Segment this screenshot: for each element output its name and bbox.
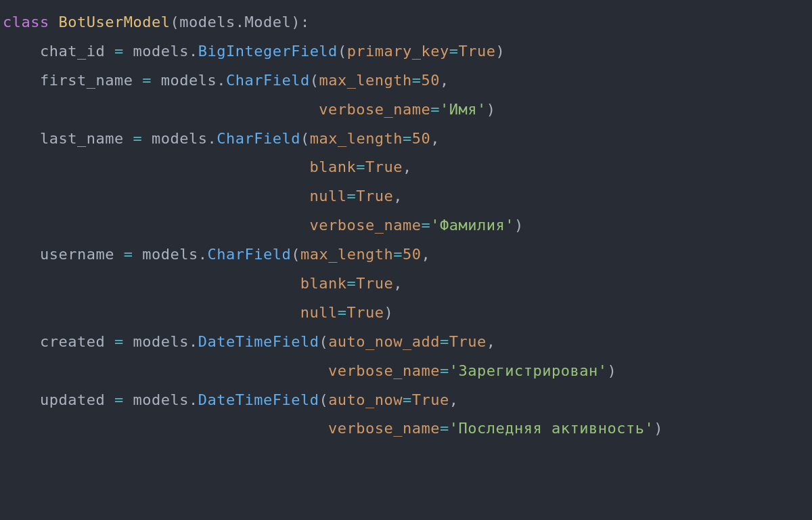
field-name: chat_id (40, 43, 105, 60)
code-block: class BotUserModel(models.Model): chat_i… (0, 0, 812, 443)
field-call: BigIntegerField (198, 43, 338, 60)
kwarg-value: 50 (412, 130, 431, 147)
field-call: DateTimeField (198, 391, 319, 408)
kwarg-value: 'Зарегистрирован' (449, 362, 608, 379)
field-call: DateTimeField (198, 333, 319, 350)
kwarg-name: blank (300, 275, 347, 292)
kwarg-name: auto_now_add (328, 333, 440, 350)
field-name: username (40, 246, 114, 263)
kwarg-name: verbose_name (319, 101, 430, 118)
kwarg-name: max_length (310, 130, 403, 147)
kwarg-name: max_length (319, 72, 411, 89)
kwarg-value: 50 (422, 72, 441, 89)
kwarg-name: blank (310, 158, 357, 175)
field-call: CharField (217, 130, 300, 147)
kwarg-name: null (300, 304, 338, 321)
kwarg-value: True (347, 304, 384, 321)
kwarg-name: verbose_name (328, 362, 440, 379)
field-name: last_name (40, 130, 124, 147)
field-call: CharField (226, 72, 310, 89)
kwarg-value: True (356, 275, 393, 292)
kwarg-value: True (365, 158, 403, 175)
base-module: models (179, 14, 235, 30)
kwarg-value: 'Последняя активность' (449, 420, 654, 437)
kwarg-value: 'Имя' (440, 101, 487, 118)
field-name: first_name (40, 72, 133, 89)
class-name: BotUserModel (58, 14, 170, 30)
kwarg-name: max_length (300, 246, 393, 263)
field-call: CharField (207, 246, 291, 263)
kwarg-value: True (449, 333, 487, 350)
field-name: updated (40, 391, 105, 408)
kwarg-name: primary_key (347, 43, 449, 60)
base-class: Model (244, 14, 291, 30)
field-name: created (40, 333, 105, 350)
kwarg-name: verbose_name (310, 217, 422, 234)
kwarg-name: null (310, 188, 347, 204)
kwarg-value: True (412, 391, 449, 408)
kwarg-value: 50 (403, 246, 422, 263)
kwarg-value: True (356, 188, 393, 204)
kwarg-value: 'Фамилия' (430, 217, 514, 234)
keyword-class: class (3, 14, 49, 30)
kwarg-name: auto_now (328, 391, 403, 408)
kwarg-value: True (459, 43, 496, 60)
kwarg-name: verbose_name (328, 420, 440, 437)
